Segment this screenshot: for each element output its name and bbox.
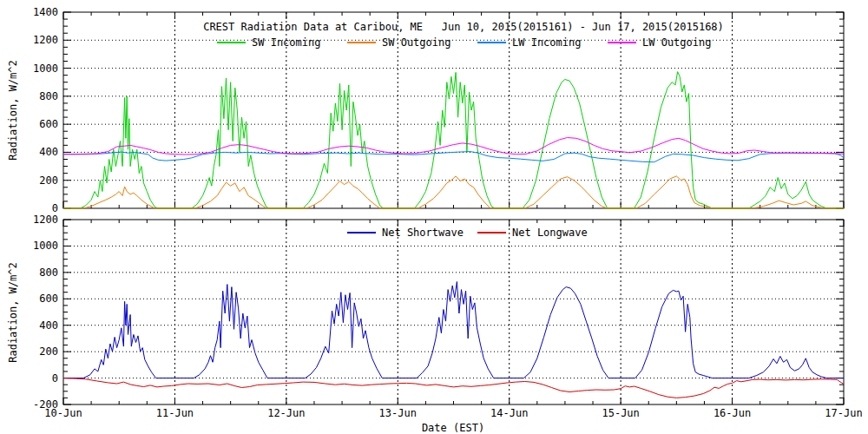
sw-outgoing-line-swatch [347,42,376,43]
y-tick-label: 400 [39,319,58,332]
y-tick-label: 1000 [33,62,58,75]
legend-label: LW Incoming [512,36,581,49]
bottom-panel-legend: Net Shortwave Net Longwave [0,227,868,239]
x-tick-label: 17-Jun [825,407,862,419]
y-tick-label: 800 [39,266,58,279]
y-tick-label: 600 [39,118,58,130]
plot-svg: 0200400600800100012001400-20002004006008… [0,0,868,434]
x-tick-label: 12-Jun [267,407,305,419]
legend-label: Net Longwave [512,227,588,239]
y-tick-label: 200 [39,345,58,358]
chart-title: CREST Radiation Data at Caribou, ME Jun … [203,21,724,33]
net-longwave-line-swatch [477,232,506,233]
y-tick-label: 600 [39,293,58,305]
net-shortwave-line-swatch [347,232,376,233]
x-tick-label: 11-Jun [156,407,194,419]
series-line-net-shortwave [63,282,844,378]
legend-label: SW Incoming [252,36,320,49]
y-tick-label: 1000 [33,240,58,252]
y-tick-label: 0 [52,202,58,214]
y-tick-label: 200 [39,174,58,187]
plot-box [63,220,844,404]
legend-label: Net Shortwave [382,227,464,239]
x-tick-label: 15-Jun [602,407,639,419]
legend-label: LW Outgoing [642,36,711,49]
top-y-axis-label: Radiation, W/m^2 [7,49,19,171]
lw-incoming-line-swatch [477,42,506,43]
chart-canvas: 0200400600800100012001400-20002004006008… [0,0,868,434]
lw-outgoing-line-swatch [608,42,636,43]
bottom-y-axis-label: Radiation, W/m^2 [7,252,19,373]
series-line-sw-outgoing [63,176,844,208]
series-line-net-longwave [63,378,844,398]
y-tick-label: 400 [39,146,58,158]
top-panel-legend: SW Incoming SW Outgoing LW Incoming LW O… [0,36,868,49]
y-tick-label: 800 [39,90,58,102]
x-tick-label: 13-Jun [379,407,417,419]
y-tick-label: 0 [52,372,58,385]
legend-label: SW Outgoing [382,36,450,49]
y-tick-label: 1200 [33,214,58,226]
series-line-sw-incoming [63,72,844,208]
x-tick-label: 14-Jun [490,407,528,419]
sw-incoming-line-swatch [217,42,246,43]
x-tick-label: 16-Jun [713,407,751,419]
x-axis-label: Date (EST) [422,422,484,434]
y-tick-label: 1400 [33,6,58,18]
x-tick-label: 10-Jun [44,407,82,419]
